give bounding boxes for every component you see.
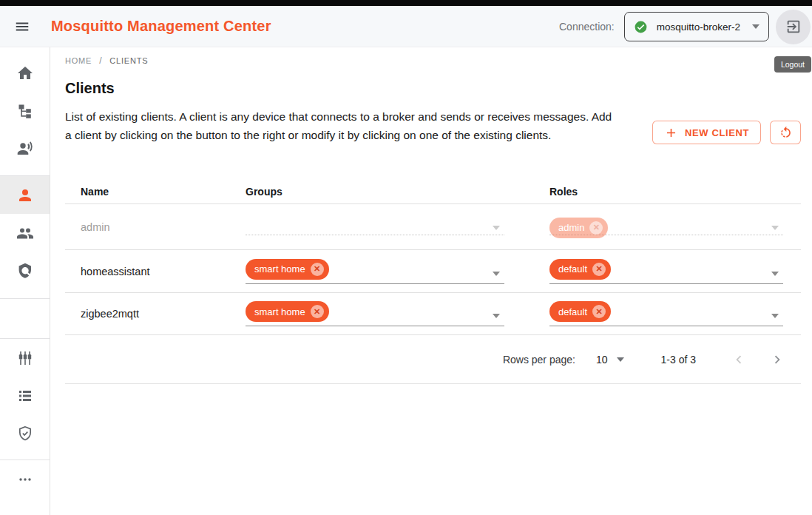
header-right: Connection: mosquitto-broker-2 [559,6,811,47]
role-chip-label: admin [558,222,584,233]
chip-delete-icon[interactable] [592,305,606,318]
hamburger-icon [14,18,30,35]
people-icon [16,224,34,242]
page-actions: NEW CLIENT [652,121,801,144]
plus-icon [664,126,678,140]
breadcrumb-separator: / [99,55,102,66]
chevron-down-icon [771,314,779,318]
groups-select[interactable]: smart home [246,301,504,326]
column-header-roles: Roles [549,186,801,198]
connection-value: mosquitto-broker-2 [657,21,740,33]
sidebar-item-clients[interactable] [0,176,50,214]
topology-icon [16,102,34,120]
sidebar [0,47,50,515]
sidebar-item-topology[interactable] [0,92,50,129]
column-header-groups: Groups [246,186,549,198]
check-circle-icon [634,20,648,34]
sidebar-item-security[interactable] [0,414,50,452]
rows-per-page-select[interactable]: 10 [596,354,624,366]
group-chip[interactable]: smart home [246,301,329,322]
breadcrumb: HOME / CLIENTS [65,55,148,66]
sidebar-item-home[interactable] [0,54,50,92]
record-voice-icon [16,140,34,158]
mosquitto-management-center: Mosquitto Management Center Connection: … [0,0,812,515]
new-client-label: NEW CLIENT [685,127,749,138]
role-chip-label: default [558,306,587,317]
sidebar-item-client-connections[interactable] [0,129,50,167]
main-content: HOME / CLIENTS Clients List of existing … [50,47,812,515]
more-horizontal-icon [16,471,34,488]
sidebar-spacer [0,299,50,338]
sidebar-item-system-status[interactable] [0,377,50,414]
page-title: Clients [65,80,115,97]
chevron-left-icon [731,351,747,368]
client-name: admin [65,221,246,233]
table-row[interactable]: homeassistant smart home default [65,250,801,293]
role-chip[interactable]: admin [549,218,608,238]
exit-to-app-icon [785,18,802,35]
roles-select[interactable]: default [549,259,783,284]
new-client-button[interactable]: NEW CLIENT [652,121,761,144]
chevron-right-icon [769,351,785,368]
role-chip[interactable]: default [549,259,611,280]
rows-per-page-label: Rows per page: [503,354,575,366]
groups-select[interactable]: smart home [246,259,504,284]
clients-table: Name Groups Roles admin admin [65,179,801,384]
logout-tooltip: Logout [774,56,811,73]
chip-delete-icon[interactable] [589,221,603,235]
roles-select[interactable]: default [549,301,783,326]
person-icon [16,186,34,204]
chevron-down-icon [771,272,779,276]
chevron-down-icon [493,226,500,230]
role-chip-label: default [558,263,587,275]
refresh-button[interactable] [770,121,801,144]
client-name: homeassistant [65,266,246,277]
connection-label: Connection: [559,21,615,33]
group-chip[interactable]: smart home [246,259,329,280]
client-name: zigbee2mqtt [65,308,246,320]
sidebar-item-client-groups[interactable] [0,214,50,252]
connection-select[interactable]: mosquitto-broker-2 [624,12,769,41]
column-header-name: Name [65,186,246,198]
app-bar: Mosquitto Management Center Connection: … [0,6,812,47]
home-icon [16,64,34,82]
next-page-button[interactable] [768,351,786,368]
table-row[interactable]: admin admin [65,204,801,250]
sidebar-item-more[interactable] [0,460,50,498]
group-chip-label: smart home [254,263,305,275]
chevron-down-icon [493,272,500,276]
groups-select[interactable] [246,219,504,235]
menu-button[interactable] [13,17,32,36]
breadcrumb-current: CLIENTS [109,56,148,65]
verified-shield-icon [16,425,34,442]
logout-button[interactable] [776,10,811,44]
rows-per-page-value: 10 [596,354,608,366]
tune-icon [16,349,34,367]
breadcrumb-home[interactable]: HOME [65,56,92,65]
chevron-down-icon [617,357,624,362]
page-description: List of existing clients. A client is an… [65,107,616,144]
previous-page-button[interactable] [730,351,748,368]
sidebar-item-roles[interactable] [0,252,50,289]
pagination-range: 1-3 of 3 [661,354,696,366]
chip-delete-icon[interactable] [311,305,324,318]
chip-delete-icon[interactable] [311,263,324,276]
sidebar-item-streams[interactable] [0,339,50,377]
group-chip-label: smart home [254,306,305,317]
chip-delete-icon[interactable] [592,263,606,276]
app-title: Mosquitto Management Center [51,18,271,35]
rotate-left-icon [779,126,793,140]
chevron-down-icon [771,226,779,230]
table-header: Name Groups Roles [65,179,801,204]
chevron-down-icon [752,24,759,29]
table-pagination: Rows per page: 10 1-3 of 3 [65,335,801,384]
window-top-strip [0,0,812,6]
table-row[interactable]: zigbee2mqtt smart home default [65,293,801,335]
policy-icon [16,262,34,280]
chevron-down-icon [493,314,500,318]
roles-select[interactable]: admin [549,219,783,235]
list-icon [16,387,34,405]
role-chip[interactable]: default [549,301,611,322]
